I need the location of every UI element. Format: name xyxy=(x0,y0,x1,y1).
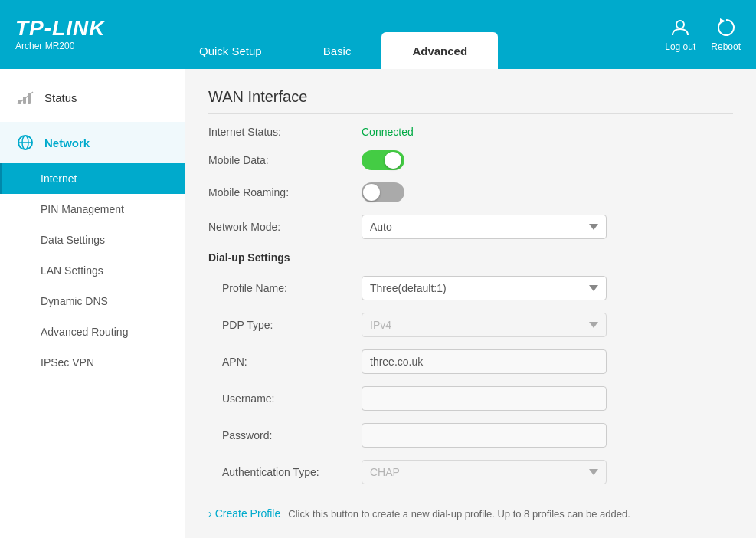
network-mode-row: Network Mode: Auto 4G Only 3G Only 2G On… xyxy=(208,215,733,239)
model-name: Archer MR200 xyxy=(15,41,169,51)
auth-type-select[interactable]: CHAP PAP Auto xyxy=(362,460,607,484)
nav-tabs: Quick Setup Basic Advanced xyxy=(169,0,650,69)
pdp-type-select[interactable]: IPv4 IPv6 xyxy=(362,313,607,337)
username-label: Username: xyxy=(208,392,362,405)
sidebar-item-status[interactable]: Status xyxy=(0,77,185,118)
page-title: WAN Interface xyxy=(208,88,733,114)
sidebar-item-pin-management[interactable]: PIN Management xyxy=(0,194,185,225)
reboot-icon xyxy=(715,17,737,38)
mobile-data-toggle[interactable] xyxy=(362,150,404,170)
pdp-type-row: PDP Type: IPv4 IPv6 xyxy=(208,313,733,337)
svg-point-0 xyxy=(676,21,684,28)
chevron-right-icon: › xyxy=(208,507,212,520)
profile-name-select[interactable]: Three(default:1) xyxy=(362,276,607,300)
tab-quick-setup[interactable]: Quick Setup xyxy=(169,32,293,69)
dialup-heading: Dial-up Settings xyxy=(208,251,733,264)
main-layout: Status Network Internet PIN Management D… xyxy=(0,69,756,538)
sidebar-item-advanced-routing[interactable]: Advanced Routing xyxy=(0,317,185,347)
reboot-label: Reboot xyxy=(711,41,741,52)
mobile-data-knob xyxy=(385,152,401,169)
apn-input[interactable] xyxy=(362,349,607,374)
apn-row: APN: xyxy=(208,349,733,374)
internet-status-value: Connected xyxy=(362,126,414,138)
content-area: WAN Interface Internet Status: Connected… xyxy=(185,69,756,538)
svg-marker-1 xyxy=(720,18,725,24)
create-profile-row: › Create Profile Click this button to cr… xyxy=(208,500,733,520)
logout-label: Log out xyxy=(665,41,695,52)
sidebar-item-ipsec-vpn[interactable]: IPSec VPN xyxy=(0,347,185,378)
sidebar-item-network-label: Network xyxy=(44,136,90,149)
username-row: Username: xyxy=(208,386,733,411)
network-mode-select[interactable]: Auto 4G Only 3G Only 2G Only xyxy=(362,215,607,239)
sidebar-section-network: Network Internet PIN Management Data Set… xyxy=(0,122,185,378)
auth-type-label: Authentication Type: xyxy=(208,466,362,478)
header-actions: Log out Reboot xyxy=(665,17,741,52)
auth-type-row: Authentication Type: CHAP PAP Auto xyxy=(208,460,733,484)
apn-label: APN: xyxy=(208,356,362,368)
password-label: Password: xyxy=(208,429,362,441)
reboot-button[interactable]: Reboot xyxy=(711,17,741,52)
logout-icon xyxy=(669,17,691,38)
status-icon xyxy=(15,87,35,107)
pdp-type-label: PDP Type: xyxy=(208,319,362,331)
password-input[interactable] xyxy=(362,423,607,448)
create-profile-hint: Click this button to create a new dial-u… xyxy=(288,508,630,520)
sidebar-section-status: Status xyxy=(0,77,185,118)
profile-name-label: Profile Name: xyxy=(208,282,362,294)
mobile-roaming-toggle[interactable] xyxy=(362,182,404,202)
logout-button[interactable]: Log out xyxy=(665,17,695,52)
internet-status-row: Internet Status: Connected xyxy=(208,126,733,138)
sidebar-item-status-label: Status xyxy=(44,91,77,104)
brand-name: TP-LINK xyxy=(15,18,169,39)
sidebar: Status Network Internet PIN Management D… xyxy=(0,69,185,538)
profile-name-row: Profile Name: Three(default:1) xyxy=(208,276,733,300)
mobile-data-label: Mobile Data: xyxy=(208,154,362,166)
network-mode-label: Network Mode: xyxy=(208,221,362,233)
mobile-roaming-knob xyxy=(363,184,380,201)
mobile-data-row: Mobile Data: xyxy=(208,150,733,170)
sidebar-item-network[interactable]: Network xyxy=(0,122,185,163)
create-profile-label: Create Profile xyxy=(215,507,281,520)
logo-area: TP-LINK Archer MR200 xyxy=(15,18,169,51)
mobile-roaming-label: Mobile Roaming: xyxy=(208,186,362,198)
sidebar-item-dynamic-dns[interactable]: Dynamic DNS xyxy=(0,286,185,317)
username-input[interactable] xyxy=(362,386,607,411)
tab-advanced[interactable]: Advanced xyxy=(381,32,498,69)
password-row: Password: xyxy=(208,423,733,448)
network-icon xyxy=(15,133,35,153)
tab-basic[interactable]: Basic xyxy=(293,32,382,69)
sidebar-item-lan-settings[interactable]: LAN Settings xyxy=(0,255,185,286)
sidebar-item-internet[interactable]: Internet xyxy=(0,163,185,194)
header: TP-LINK Archer MR200 Quick Setup Basic A… xyxy=(0,0,756,69)
internet-status-label: Internet Status: xyxy=(208,126,362,138)
create-profile-link[interactable]: › Create Profile xyxy=(208,507,280,520)
sidebar-sub-items-network: Internet PIN Management Data Settings LA… xyxy=(0,163,185,378)
sidebar-item-data-settings[interactable]: Data Settings xyxy=(0,225,185,255)
mobile-roaming-row: Mobile Roaming: xyxy=(208,182,733,202)
